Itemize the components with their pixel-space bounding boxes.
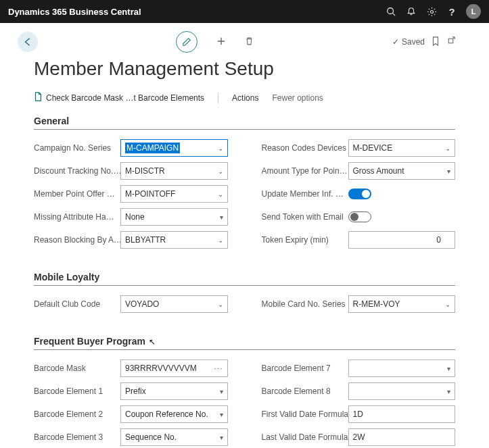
first-valid-label: First Valid Date Formula: [262, 409, 348, 419]
svg-point-0: [388, 8, 394, 14]
chevron-down-icon: ▾: [447, 168, 450, 175]
chevron-down-icon: ▾: [220, 434, 223, 441]
command-bar: Check Barcode Mask …t Barcode Elements A…: [34, 92, 455, 103]
page-title: Member Management Setup: [34, 58, 455, 80]
amount-type-label: Amount Type for Poin…: [262, 166, 348, 176]
section-mobile-title: Mobile Loyalty: [34, 272, 455, 282]
member-point-offer-label: Member Point Offer …: [34, 189, 120, 199]
be7-label: Barcode Element 7: [262, 364, 348, 373]
chevron-down-icon: ▾: [220, 388, 223, 395]
chevron-down-icon: ▾: [220, 214, 223, 221]
cmd-fewer-options[interactable]: Fewer options: [272, 93, 323, 103]
reason-blocking-label: Reason Blocking By A…: [34, 235, 120, 245]
last-valid-label: Last Valid Date Formula: [262, 432, 348, 442]
default-club-label: Default Club Code: [34, 299, 120, 309]
barcode-mask-input[interactable]: 93RRRRVVVVVVM ···: [120, 359, 228, 377]
app-titlebar: Dynamics 365 Business Central ? L: [0, 0, 489, 23]
avatar[interactable]: L: [466, 4, 481, 19]
bell-icon[interactable]: [401, 0, 421, 23]
last-valid-input[interactable]: 2W: [348, 428, 456, 446]
assist-edit-icon[interactable]: ···: [214, 364, 223, 373]
chevron-down-icon: ⌄: [218, 191, 223, 198]
chevron-down-icon: ⌄: [218, 237, 223, 244]
amount-type-select[interactable]: Gross Amount ▾: [348, 162, 456, 180]
reason-codes-devices-input[interactable]: M-DEVICE ⌄: [348, 139, 456, 157]
edit-button[interactable]: [176, 31, 197, 53]
reason-blocking-input[interactable]: BLBYATTR ⌄: [120, 231, 228, 249]
mobile-card-label: Mobile Card No. Series: [262, 299, 348, 309]
be3-select[interactable]: Sequence No. ▾: [120, 428, 228, 446]
campaign-no-series-label: Campaign No. Series: [34, 143, 120, 153]
default-club-input[interactable]: VOYADO ⌄: [120, 295, 228, 313]
be1-label: Barcode Element 1: [34, 387, 120, 396]
reason-codes-devices-label: Reason Codes Devices: [262, 143, 348, 153]
cmd-check-barcode[interactable]: Check Barcode Mask …t Barcode Elements: [34, 92, 204, 103]
app-title: Dynamics 365 Business Central: [8, 7, 141, 17]
popout-icon[interactable]: [446, 36, 455, 47]
send-token-label: Send Token with Email: [262, 212, 348, 222]
be8-select[interactable]: ▾: [348, 382, 456, 400]
chevron-down-icon: ⌄: [445, 145, 450, 152]
be3-label: Barcode Element 3: [34, 432, 120, 442]
member-point-offer-input[interactable]: M-POINTOFF ⌄: [120, 185, 228, 203]
discount-tracking-input[interactable]: M-DISCTR ⌄: [120, 162, 228, 180]
missing-attr-select[interactable]: None ▾: [120, 208, 228, 226]
be2-select[interactable]: Coupon Reference No. ▾: [120, 405, 228, 423]
token-expiry-label: Token Expiry (min): [262, 235, 348, 245]
new-button[interactable]: [216, 36, 226, 48]
be2-label: Barcode Element 2: [34, 409, 120, 419]
campaign-no-series-input[interactable]: M-CAMPAIGN ⌄: [120, 139, 228, 157]
chevron-down-icon: ⌄: [218, 145, 223, 152]
document-icon: [34, 92, 42, 103]
barcode-mask-label: Barcode Mask: [34, 364, 120, 373]
back-button[interactable]: [18, 32, 38, 52]
missing-attr-label: Missing Attribute Ha…: [34, 212, 120, 222]
divider: [218, 93, 218, 103]
mobile-card-input[interactable]: R-MEM-VOY ⌄: [348, 295, 456, 313]
chevron-down-icon: ⌄: [218, 301, 223, 308]
search-icon[interactable]: [381, 0, 401, 23]
page-toolbar: Saved: [34, 28, 455, 55]
help-icon[interactable]: ?: [442, 0, 462, 23]
gear-icon[interactable]: [421, 0, 442, 23]
be8-label: Barcode Element 8: [262, 387, 348, 396]
chevron-down-icon: ▾: [447, 365, 450, 372]
first-valid-input[interactable]: 1D: [348, 405, 456, 423]
update-member-label: Update Member Inf. …: [262, 189, 348, 199]
chevron-down-icon: ▾: [447, 388, 450, 395]
token-expiry-input[interactable]: 0: [348, 231, 456, 249]
update-member-toggle[interactable]: [348, 189, 371, 199]
section-fbp-title: Frequent Buyer Program: [34, 336, 455, 347]
cmd-actions[interactable]: Actions: [232, 93, 258, 103]
bookmark-icon[interactable]: [432, 36, 440, 48]
chevron-down-icon: ▾: [220, 411, 223, 418]
saved-status: Saved: [392, 37, 425, 47]
svg-point-2: [430, 10, 433, 13]
be1-select[interactable]: Prefix ▾: [120, 382, 228, 400]
be7-select[interactable]: ▾: [348, 359, 456, 377]
section-general-title: General: [34, 116, 455, 126]
delete-button[interactable]: [245, 36, 254, 48]
chevron-down-icon: ⌄: [445, 301, 450, 308]
svg-line-1: [393, 14, 396, 16]
discount-tracking-label: Discount Tracking No.…: [34, 166, 120, 176]
send-token-toggle[interactable]: [348, 211, 371, 222]
chevron-down-icon: ⌄: [218, 168, 223, 175]
